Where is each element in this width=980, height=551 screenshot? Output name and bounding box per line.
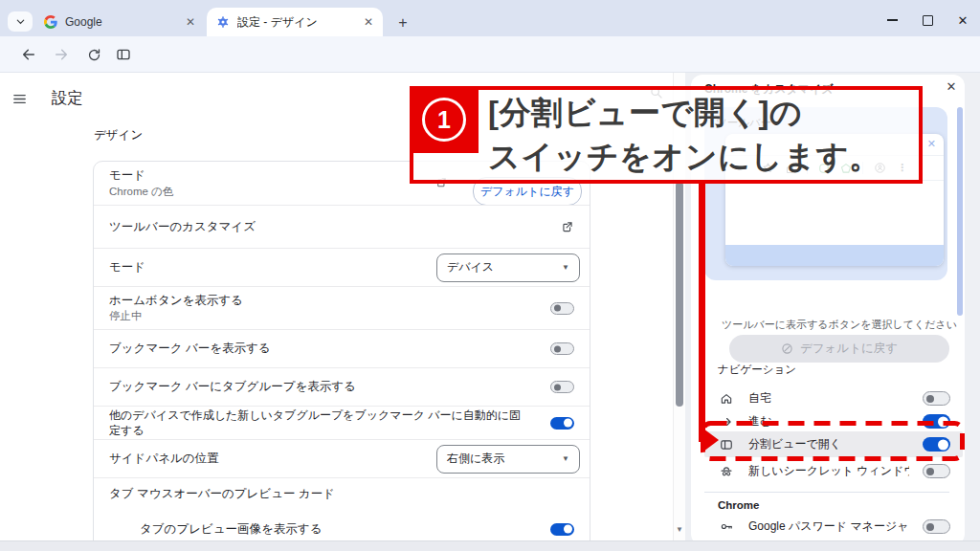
- annotation-connector-line: [699, 184, 705, 442]
- panel-row-label: 新しいシークレット ウィンドウ: [748, 463, 909, 479]
- page-title: 設定: [52, 88, 83, 109]
- panel-row-label: Google パスワード マネージャー: [748, 518, 909, 535]
- home-icon: [720, 392, 735, 406]
- panel-divider: [704, 492, 949, 493]
- row-label: ブックマーク バーにタブグループを表示する: [109, 379, 356, 395]
- tab-close-icon[interactable]: ✕: [186, 16, 195, 28]
- window-maximize-button[interactable]: [913, 11, 942, 30]
- external-link-icon: [561, 220, 574, 233]
- row-sublabel: Chrome の色: [109, 184, 173, 199]
- setting-row-tab-hover-preview: タブ マウスオーバーのプレビュー カード: [94, 477, 590, 510]
- mini-close-icon: ✕: [927, 138, 936, 150]
- reset-button-label: デフォルトに戻す: [800, 341, 898, 357]
- scrollbar-down-arrow[interactable]: ▼: [675, 526, 684, 534]
- tab-search-chevron-button[interactable]: [8, 11, 33, 32]
- panel-close-icon[interactable]: ✕: [944, 79, 959, 95]
- annotation-text: [分割ビューで開く]の スイッチをオンにします。: [488, 91, 881, 179]
- panel-row-home: 自宅: [704, 386, 963, 410]
- setting-row-auto-pin-tab-groups[interactable]: 他のデバイスで作成した新しいタブグループをブックマーク バーに自動的に固定する: [94, 406, 590, 439]
- row-label: タブのプレビュー画像を表示する: [140, 521, 322, 538]
- tab-title: 設定 - デザイン: [237, 14, 356, 31]
- step-number: 1: [422, 98, 466, 142]
- new-tab-button[interactable]: +: [392, 12, 413, 33]
- annotation-step-badge: 1: [410, 86, 479, 153]
- setting-row-tab-groups-bookmarks-bar[interactable]: ブックマーク バーにタブグループを表示する: [94, 367, 590, 406]
- setting-row-show-home-button[interactable]: ホームボタンを表示する 停止中: [94, 286, 590, 329]
- setting-row-mode: モード デバイス ▼: [94, 248, 590, 286]
- annotation-line2: スイッチをオンにします。: [488, 135, 881, 179]
- reset-icon: [781, 342, 793, 355]
- row-label: ホームボタンを表示する: [109, 293, 243, 309]
- reload-button[interactable]: [82, 44, 105, 65]
- panel-scrollbar-thumb[interactable]: [957, 107, 963, 316]
- side-panel-button[interactable]: [112, 44, 135, 65]
- show-tab-preview-image-toggle[interactable]: [550, 523, 574, 536]
- key-icon: [720, 519, 735, 534]
- chevron-down-icon: [15, 16, 26, 27]
- select-value: デバイス: [447, 259, 494, 276]
- window-close-button[interactable]: ✕: [948, 11, 977, 30]
- select-value: 右側に表示: [447, 451, 504, 467]
- forward-button[interactable]: [50, 44, 73, 65]
- main-scrollbar-thumb[interactable]: [676, 182, 683, 407]
- auto-pin-tab-groups-toggle[interactable]: [550, 417, 574, 430]
- setting-row-customize-toolbar[interactable]: ツールバーのカスタマイズ: [94, 205, 590, 248]
- browser-window: Google ✕ 設定 - デザイン ✕ + ✕: [0, 0, 980, 551]
- back-button[interactable]: [17, 44, 40, 65]
- incognito-toggle[interactable]: [923, 464, 950, 478]
- panel-row-label: 自宅: [748, 390, 909, 407]
- mini-footer: [725, 245, 944, 266]
- annotation-line1: [分割ビューで開く]の: [488, 91, 881, 135]
- setting-row-side-panel-position: サイドパネルの位置 右側に表示 ▼: [94, 439, 590, 477]
- reset-default-button[interactable]: デフォルトに戻す: [729, 335, 949, 363]
- reload-icon: [87, 48, 101, 62]
- tab-bar: Google ✕ 設定 - デザイン ✕ + ✕: [0, 0, 980, 36]
- setting-row-show-bookmarks-bar[interactable]: ブックマーク バーを表示する: [94, 329, 590, 367]
- row-label: タブ マウスオーバーのプレビュー カード: [109, 486, 335, 502]
- preview-caption: ツールバーに表示するボタンを選択してください: [704, 318, 974, 332]
- panel-row-incognito: 新しいシークレット ウィンドウ: [704, 459, 963, 483]
- side-panel-position-select[interactable]: 右側に表示 ▼: [436, 445, 580, 474]
- home-toggle[interactable]: [923, 391, 950, 406]
- navigation-section-title: ナビゲーション: [718, 363, 796, 377]
- tab-title: Google: [65, 15, 178, 29]
- row-label: ツールバーのカスタマイズ: [109, 219, 256, 235]
- show-home-button-toggle[interactable]: [550, 302, 574, 315]
- annotation-dashed-highlight-box: [700, 420, 966, 462]
- section-label: デザイン: [94, 127, 143, 143]
- panel-row-password-manager: Google パスワード マネージャー: [704, 515, 963, 539]
- window-bottom-edge: [0, 540, 980, 551]
- row-label: サイドパネルの位置: [109, 451, 219, 467]
- appearance-settings-card: モード Chrome の色 デフォルトに戻す ツールバーのカスタマイズ モード: [93, 161, 590, 540]
- row-sublabel: 停止中: [109, 308, 243, 323]
- select-caret-icon: ▼: [562, 454, 569, 463]
- google-g-icon: [44, 15, 57, 29]
- settings-gear-icon: [216, 15, 230, 29]
- show-bookmarks-bar-toggle[interactable]: [550, 342, 574, 355]
- split-view-icon: [116, 47, 131, 62]
- incognito-icon: [720, 465, 735, 478]
- forward-arrow-icon: [54, 47, 69, 62]
- tab-close-icon[interactable]: ✕: [364, 16, 373, 28]
- mode-select[interactable]: デバイス ▼: [436, 253, 580, 282]
- window-minimize-button[interactable]: [878, 11, 906, 30]
- row-label: ブックマーク バーを表示する: [109, 341, 271, 357]
- tab-google[interactable]: Google ✕: [34, 8, 205, 36]
- main-menu-button[interactable]: [0, 91, 38, 107]
- tab-groups-bookmarks-bar-toggle[interactable]: [550, 381, 574, 393]
- back-arrow-icon: [21, 47, 36, 62]
- row-label: モード: [109, 167, 173, 184]
- annotation-arrowhead: [703, 429, 719, 452]
- row-label: モード: [109, 259, 145, 276]
- chrome-section-title: Chrome: [718, 499, 759, 511]
- select-caret-icon: ▼: [562, 263, 569, 272]
- tab-settings[interactable]: 設定 - デザイン ✕: [207, 8, 383, 36]
- hamburger-icon: [11, 91, 28, 107]
- setting-row-show-tab-preview-image[interactable]: タブのプレビュー画像を表示する: [94, 510, 590, 540]
- row-label: 他のデバイスで作成した新しいタブグループをブックマーク バーに自動的に固定する: [109, 408, 530, 438]
- annotation-callout-box: 1 [分割ビューで開く]の スイッチをオンにします。: [410, 86, 923, 184]
- browser-toolbar: Chrome chrome://settings/appearance ⋮: [0, 36, 980, 73]
- password-manager-toggle[interactable]: [923, 519, 950, 534]
